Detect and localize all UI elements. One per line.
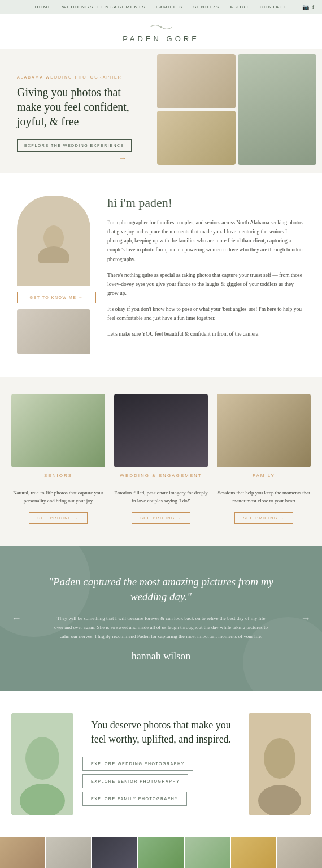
testimonial-section: ← "Paden captured the most amazing pictu… — [0, 546, 322, 691]
svg-point-0 — [160, 26, 162, 28]
about-section: GET TO KNOW ME → hi i'm paden! I'm a pho… — [0, 173, 322, 377]
svg-point-4 — [25, 737, 59, 780]
hero-images — [155, 49, 322, 173]
family-title: FAMILY — [253, 473, 275, 478]
seniors-title: SENIORS — [44, 473, 72, 478]
services-grid: SENIORS Natural, true-to-life photos tha… — [11, 394, 311, 524]
family-divider — [253, 484, 275, 484]
about-paragraph-3: It's okay if you don't know how to pose … — [107, 305, 305, 323]
svg-point-7 — [264, 738, 295, 779]
instagram-grid — [0, 837, 322, 868]
testimonial-name: hannah wilson — [34, 650, 288, 662]
explore-wedding-button[interactable]: EXPLORE THE WEDDING EXPERIENCE — [17, 139, 132, 152]
instagram-icon[interactable]: 📷 — [302, 4, 309, 10]
wedding-divider — [150, 484, 172, 484]
seniors-photo — [11, 394, 105, 467]
deserve-photo-left — [11, 713, 73, 815]
wedding-pricing-button[interactable]: SEE PRICING → — [132, 512, 190, 524]
about-photo-secondary — [17, 309, 90, 354]
instagram-thumb-5[interactable] — [185, 837, 230, 868]
hero-text: ALABAMA WEDDING PHOTOGRAPHER Giving you … — [0, 49, 155, 173]
hero-eyebrow: ALABAMA WEDDING PHOTOGRAPHER — [17, 75, 143, 79]
about-paragraph-1: I'm a photographer for families, couples… — [107, 218, 305, 264]
instagram-thumb-2[interactable] — [46, 837, 92, 868]
testimonial-prev-button[interactable]: ← — [11, 613, 21, 624]
logo-flourish — [0, 22, 322, 33]
nav-home[interactable]: HOME — [35, 5, 52, 10]
hero-image-3 — [157, 111, 236, 165]
hero-headline: Giving you photos that make you feel con… — [17, 85, 143, 129]
family-pricing-button[interactable]: SEE PRICING → — [234, 512, 293, 524]
family-photo — [217, 394, 311, 467]
explore-senior-photo-button[interactable]: EXPLORE SENIOR PHOTOGRAPHY — [82, 774, 188, 788]
facebook-icon[interactable]: f — [312, 4, 314, 10]
about-script-greeting: hi i'm paden! — [107, 196, 305, 210]
about-left: GET TO KNOW ME → — [17, 196, 96, 354]
about-paragraph-4: Let's make sure YOU feel beautiful & con… — [107, 329, 305, 338]
explore-family-photo-button[interactable]: EXPLORE FAMILY PHOTOGRAPHY — [82, 792, 187, 806]
nav-weddings[interactable]: WEDDINGS + ENGAGEMENTS — [62, 5, 146, 10]
services-section: SENIORS Natural, true-to-life photos tha… — [0, 377, 322, 546]
service-family: FAMILY Sessions that help you keep the m… — [217, 394, 311, 524]
wedding-description: Emotion-filled, passionate imagery for d… — [114, 489, 208, 505]
nav-families[interactable]: FAMILIES — [156, 5, 183, 10]
deserve-center: You deserve photos that make you feel wo… — [82, 718, 240, 809]
deserve-section: You deserve photos that make you feel wo… — [0, 691, 322, 837]
testimonial-next-button[interactable]: → — [301, 613, 311, 624]
nav-about[interactable]: ABOUT — [230, 5, 250, 10]
seniors-description: Natural, true-to-life photos that captur… — [11, 489, 105, 505]
service-seniors: SENIORS Natural, true-to-life photos tha… — [11, 394, 105, 524]
about-right: hi i'm paden! I'm a photographer for fam… — [107, 196, 305, 354]
main-nav: HOME WEDDINGS + ENGAGEMENTS FAMILIES SEN… — [0, 0, 322, 14]
hero-image-1 — [157, 54, 236, 108]
instagram-thumb-7[interactable] — [277, 837, 322, 868]
explore-wedding-photo-button[interactable]: EXPLORE WEDDING PHOTOGRAPHY — [82, 757, 193, 771]
deserve-headline: You deserve photos that make you feel wo… — [82, 718, 240, 747]
social-icons: 📷 f — [302, 4, 314, 10]
testimonial-quote: "Paden captured the most amazing picture… — [34, 575, 288, 605]
nav-contact[interactable]: CONTACT — [260, 5, 288, 10]
deserve-photo-right — [249, 713, 311, 815]
logo-section: PADEN GORE — [0, 14, 322, 49]
instagram-thumb-4[interactable] — [138, 837, 184, 868]
get-to-know-me-button[interactable]: GET TO KNOW ME → — [17, 292, 96, 303]
instagram-thumb-1[interactable] — [0, 837, 45, 868]
instagram-thumb-6[interactable] — [231, 837, 276, 868]
instagram-thumb-3[interactable] — [92, 837, 137, 868]
about-paragraph-2: There's nothing quite as special as taki… — [107, 271, 305, 298]
seniors-pricing-button[interactable]: SEE PRICING → — [29, 512, 88, 524]
wedding-title: WEDDING & ENGAGEMENT — [120, 473, 202, 478]
logo-text[interactable]: PADEN GORE — [0, 34, 322, 43]
hero-scroll-arrow: → — [119, 154, 127, 163]
hero-section: ALABAMA WEDDING PHOTOGRAPHER Giving you … — [0, 49, 322, 173]
testimonial-body: They will be something that I will treas… — [54, 614, 268, 641]
service-wedding: WEDDING & ENGAGEMENT Emotion-filled, pas… — [114, 394, 208, 524]
family-description: Sessions that help you keep the moments … — [217, 489, 311, 505]
hero-image-2 — [238, 54, 316, 165]
nav-seniors[interactable]: SENIORS — [193, 5, 220, 10]
about-photo-main — [17, 196, 90, 286]
seniors-divider — [47, 484, 69, 484]
svg-point-2 — [38, 246, 69, 263]
wedding-photo — [114, 394, 208, 467]
